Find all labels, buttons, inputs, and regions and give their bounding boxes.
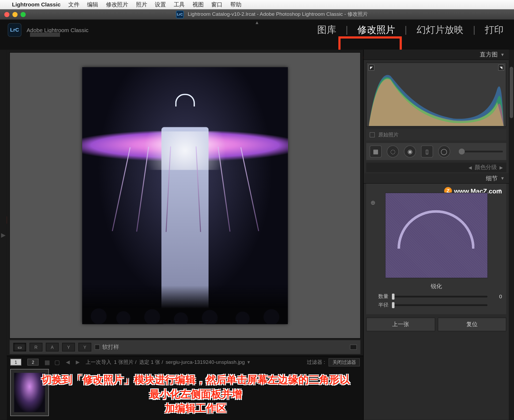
chevron-down-icon: ▼ xyxy=(500,52,505,57)
detail-label: 细节 xyxy=(486,174,498,182)
module-sep: | xyxy=(346,24,348,36)
scrollbar-thumb[interactable] xyxy=(510,67,513,118)
menu-help[interactable]: 帮助 xyxy=(230,1,241,8)
radius-slider[interactable] xyxy=(392,304,487,306)
filmstrip-selected: 选定 1 张 / xyxy=(139,358,163,366)
photo-preview xyxy=(82,67,288,324)
monitor-2-button[interactable]: 2 xyxy=(27,359,39,366)
lrc-badge-icon: LrC xyxy=(176,10,184,18)
detail-target-icon[interactable]: ⊕ xyxy=(371,199,376,206)
detail-panel-header[interactable]: 细节 ▼ xyxy=(364,173,509,184)
develop-toolbar: ▭ R A Y Y 软打样 xyxy=(9,340,361,354)
right-panel: 直方图 ▼ ◤ ◥ 原始照片 xyxy=(363,50,509,420)
chevron-down-icon[interactable]: ▾ xyxy=(247,359,250,365)
compare-y-button[interactable]: Y xyxy=(62,343,75,352)
identity-plate-bar: LrC Adobe Lightroom Classic ▲ 图库 | 修改照片 … xyxy=(0,20,514,40)
module-library[interactable]: 图库 xyxy=(315,23,339,37)
radial-filter-icon[interactable]: ◯ xyxy=(438,146,450,158)
filmstrip: 1 2 ▦ ▢ ◀ ▶ 上一次导入 1 张照片 / 选定 1 张 / sergi… xyxy=(7,356,363,420)
before-after-button[interactable]: A xyxy=(46,343,59,352)
module-print[interactable]: 打印 xyxy=(482,23,507,37)
redeye-tool-icon[interactable]: ◉ xyxy=(404,146,416,158)
filter-dropdown[interactable]: 关闭过滤器 xyxy=(328,358,360,366)
menu-tools[interactable]: 工具 xyxy=(174,1,185,8)
brush-size-slider[interactable] xyxy=(459,151,503,152)
sharpen-group-label: 锐化 xyxy=(371,282,502,290)
mac-menubar: Lightroom Classic 文件 编辑 修改照片 照片 设置 工具 视图… xyxy=(0,0,514,9)
right-scrollbar[interactable] xyxy=(509,50,514,420)
original-photo-toggle[interactable]: 原始照片 xyxy=(366,129,506,140)
softproof-label: 软打样 xyxy=(102,343,119,351)
identity-plate-underline xyxy=(30,33,60,37)
loupe-view-icon[interactable]: ▢ xyxy=(54,359,60,366)
window-title: Lightroom Catalog-v10-2.lrcat - Adobe Ph… xyxy=(188,11,368,17)
original-checkbox[interactable] xyxy=(370,132,375,137)
original-photo-label: 原始照片 xyxy=(378,131,399,138)
left-panel-triangle-icon[interactable]: ▶ xyxy=(1,231,6,238)
reference-view-button[interactable]: R xyxy=(29,343,42,352)
module-sep: | xyxy=(473,24,475,36)
filmstrip-source[interactable]: 上一次导入 xyxy=(86,358,111,366)
filter-label: 过滤器 : xyxy=(307,358,325,366)
amount-slider[interactable] xyxy=(392,296,487,297)
color-grading-panel-header[interactable]: ◀ 颜色分级 ▶ xyxy=(366,163,506,172)
color-grading-label: 颜色分级 xyxy=(475,163,497,171)
triangle-right-icon: ▶ xyxy=(500,165,503,170)
menu-view[interactable]: 视图 xyxy=(192,1,204,8)
spot-removal-icon[interactable]: ◌ xyxy=(387,146,399,158)
loupe-view-button[interactable]: ▭ xyxy=(13,343,26,352)
local-adjustments-toolstrip: ▦ ◌ ◉ ▯ ◯ xyxy=(366,143,506,160)
histogram[interactable]: ◤ ◥ xyxy=(366,63,506,127)
triangle-left-icon: ◀ xyxy=(468,165,472,170)
top-panel-triangle-icon[interactable]: ▲ xyxy=(255,20,259,25)
menu-edit[interactable]: 编辑 xyxy=(87,1,98,8)
histogram-panel-header[interactable]: 直方图 ▼ xyxy=(364,50,509,60)
lrc-logo: LrC xyxy=(8,23,21,37)
grid-view-icon[interactable]: ▦ xyxy=(44,359,50,366)
nav-prev-icon[interactable]: ◀ xyxy=(66,359,70,365)
module-slideshow[interactable]: 幻灯片放映 xyxy=(414,23,466,37)
previous-button[interactable]: 上一张 xyxy=(366,318,435,331)
left-panel-edge[interactable]: ▶ xyxy=(0,50,7,420)
graduated-filter-icon[interactable]: ▯ xyxy=(421,146,433,158)
softproof-checkbox[interactable] xyxy=(95,345,100,350)
module-sep: | xyxy=(405,24,407,36)
reset-button[interactable]: 复位 xyxy=(437,318,506,331)
close-button[interactable] xyxy=(4,12,9,17)
menu-window[interactable]: 窗口 xyxy=(211,1,222,8)
filmstrip-filename: sergiu-jurca-1319240-unsplash.jpg xyxy=(166,359,245,365)
menu-settings[interactable]: 设置 xyxy=(155,1,166,8)
menu-photo[interactable]: 照片 xyxy=(136,1,147,8)
histogram-label: 直方图 xyxy=(480,51,498,59)
detail-panel: ⊕ Z www.MacZ.com ▼ 锐化 数量 0 xyxy=(366,184,506,314)
window-titlebar: LrC Lightroom Catalog-v10-2.lrcat - Adob… xyxy=(0,9,514,20)
module-develop[interactable]: 修改照片 xyxy=(355,23,398,37)
monitor-1-button[interactable]: 1 xyxy=(10,359,21,366)
nav-next-icon[interactable]: ▶ xyxy=(76,359,80,365)
filmstrip-thumbnail[interactable] xyxy=(10,369,49,416)
fullscreen-button[interactable] xyxy=(21,12,26,17)
app-name[interactable]: Lightroom Classic xyxy=(12,1,61,8)
detail-preview[interactable] xyxy=(385,193,488,278)
image-canvas[interactable] xyxy=(9,52,361,338)
identity-plate: Adobe Lightroom Classic xyxy=(27,27,88,33)
filmstrip-count: 1 张照片 / xyxy=(114,358,137,366)
minimize-button[interactable] xyxy=(12,12,17,17)
crop-tool-icon[interactable]: ▦ xyxy=(370,146,382,158)
radius-label: 半径 xyxy=(371,301,392,308)
menu-develop[interactable]: 修改照片 xyxy=(106,1,128,8)
toolbar-dropdown[interactable] xyxy=(350,345,357,350)
amount-value[interactable]: 0 xyxy=(487,293,502,299)
app-window: LrC Lightroom Catalog-v10-2.lrcat - Adob… xyxy=(0,9,514,420)
amount-label: 数量 xyxy=(371,293,392,300)
menu-file[interactable]: 文件 xyxy=(68,1,80,8)
compare-y2-button[interactable]: Y xyxy=(78,343,91,352)
chevron-down-icon: ▼ xyxy=(500,176,505,181)
